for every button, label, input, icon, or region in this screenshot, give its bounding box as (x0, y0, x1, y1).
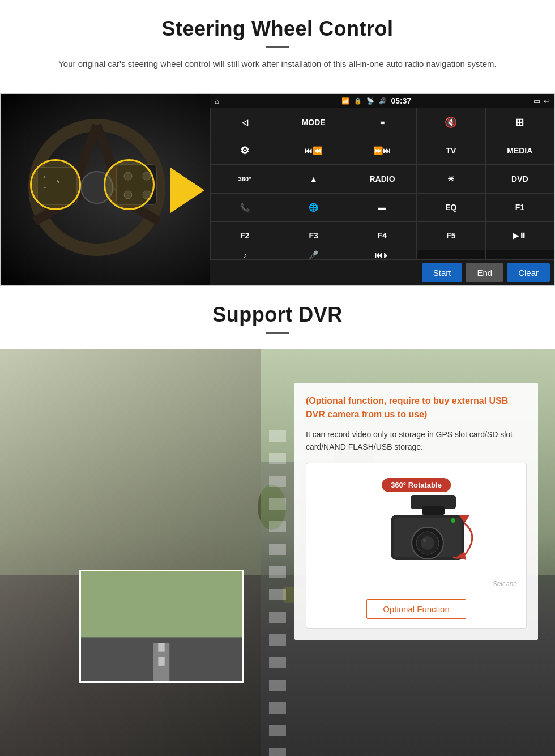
usb-button[interactable]: ▬ (348, 194, 416, 221)
empty-cell-2 (486, 250, 554, 259)
svg-rect-32 (422, 506, 445, 515)
f1-button[interactable]: F1 (486, 194, 554, 221)
web-button[interactable]: 🌐 (279, 194, 347, 221)
dvr-title-divider (266, 332, 289, 334)
dvr-title: Support DVR (23, 303, 532, 327)
highlight-circle-right (104, 159, 155, 210)
ui-topbar: ⌂ 📶 🔒 📡 🔊 05:37 ▭ ↩ (210, 94, 554, 108)
ui-bottom-bar: Start End Clear (210, 260, 554, 285)
highlight-circle-left (30, 159, 81, 210)
ui-panel: ⌂ 📶 🔒 📡 🔊 05:37 ▭ ↩ ◁ MODE (210, 94, 554, 285)
play-pause-button[interactable]: ▶⏸ (486, 222, 554, 250)
dvr-info-card: (Optional function, require to buy exter… (294, 383, 538, 640)
bluetooth-icon: 🔊 (379, 97, 387, 105)
vol-prev-button[interactable]: ⏮⏵ (348, 250, 416, 259)
title-divider (266, 46, 289, 48)
f2-button[interactable]: F2 (211, 222, 279, 250)
next-button[interactable]: ⏩⏭ (348, 136, 416, 164)
lock-icon: 🔒 (354, 97, 362, 105)
apps-button[interactable]: ⊞ (486, 108, 554, 136)
badge-360: 360° Rotatable (382, 478, 451, 492)
eq-button[interactable]: EQ (417, 194, 485, 221)
prev-button[interactable]: ⏮⏪ (279, 136, 347, 164)
back-icon: ↩ (544, 97, 550, 105)
f5-button[interactable]: F5 (417, 222, 485, 250)
radio-button[interactable]: RADIO (348, 165, 416, 193)
home-icon: ⌂ (215, 97, 219, 105)
optional-function-button[interactable]: Optional Function (366, 599, 466, 619)
dvr-optional-text: (Optional function, require to buy exter… (306, 394, 527, 421)
svg-rect-29 (158, 643, 164, 652)
dvr-inset-inner (81, 571, 242, 681)
brightness-button[interactable]: ☀ (417, 165, 485, 193)
steering-title: Steering Wheel Control (23, 17, 532, 41)
media-button[interactable]: MEDIA (486, 136, 554, 164)
nav-button[interactable]: ◁ (211, 108, 279, 136)
svg-point-39 (451, 518, 455, 523)
window-icon: ▭ (533, 97, 540, 105)
topbar-right: ▭ ↩ (533, 97, 550, 105)
topbar-left: ⌂ (215, 97, 219, 105)
camera-svg (343, 489, 490, 580)
mic-button[interactable]: 🎤 (279, 250, 347, 259)
svg-point-37 (421, 536, 434, 550)
dvr-bg-inner: (Optional function, require to buy exter… (0, 349, 555, 756)
end-button[interactable]: End (466, 263, 503, 282)
360-button[interactable]: 360° (211, 165, 279, 193)
steering-photo: + − ↰ (1, 94, 210, 286)
yellow-arrow (170, 168, 204, 213)
steering-description: Your original car's steering wheel contr… (34, 57, 521, 71)
svg-point-38 (423, 539, 426, 542)
camera-visual: 360° Rotatable (315, 472, 517, 586)
steering-section: Steering Wheel Control Your original car… (0, 0, 555, 286)
f4-button[interactable]: F4 (348, 222, 416, 250)
signal-icon: 📡 (366, 97, 374, 105)
clear-button[interactable]: Clear (507, 263, 550, 282)
topbar-center: 📶 🔒 📡 🔊 05:37 (341, 96, 412, 105)
ui-buttons-grid: ◁ MODE ≡ 🔇 ⊞ ⚙ ⏮⏪ ⏩⏭ TV MEDIA 360° ▲ RAD… (210, 108, 554, 260)
dvr-title-area: Support DVR (0, 286, 555, 349)
dvd-button[interactable]: DVD (486, 165, 554, 193)
dvr-inset-image (79, 570, 244, 683)
dvr-camera-box: 360° Rotatable (306, 463, 527, 629)
dvr-section: Support DVR (0, 286, 555, 756)
steering-wheel: + − ↰ (1, 94, 210, 286)
start-button[interactable]: Start (422, 263, 463, 282)
svg-point-20 (258, 485, 286, 530)
dvr-background-photo: (Optional function, require to buy exter… (0, 349, 555, 756)
mode-button[interactable]: MODE (279, 108, 347, 136)
inset-road-svg (81, 571, 242, 681)
topbar-time: 05:37 (391, 96, 412, 105)
dvr-description: It can record video only to storage in G… (306, 428, 527, 454)
wifi-icon: 📶 (341, 97, 349, 105)
eject-button[interactable]: ▲ (279, 165, 347, 193)
menu-button[interactable]: ≡ (348, 108, 416, 136)
mute-button[interactable]: 🔇 (417, 108, 485, 136)
music-button[interactable]: ♪ (211, 250, 279, 259)
settings-button[interactable]: ⚙ (211, 136, 279, 164)
empty-cell-1 (417, 250, 485, 259)
steering-demo-container: + − ↰ (0, 93, 555, 286)
phone-button[interactable]: 📞 (211, 194, 279, 221)
svg-rect-30 (158, 657, 164, 666)
f3-button[interactable]: F3 (279, 222, 347, 250)
tv-button[interactable]: TV (417, 136, 485, 164)
